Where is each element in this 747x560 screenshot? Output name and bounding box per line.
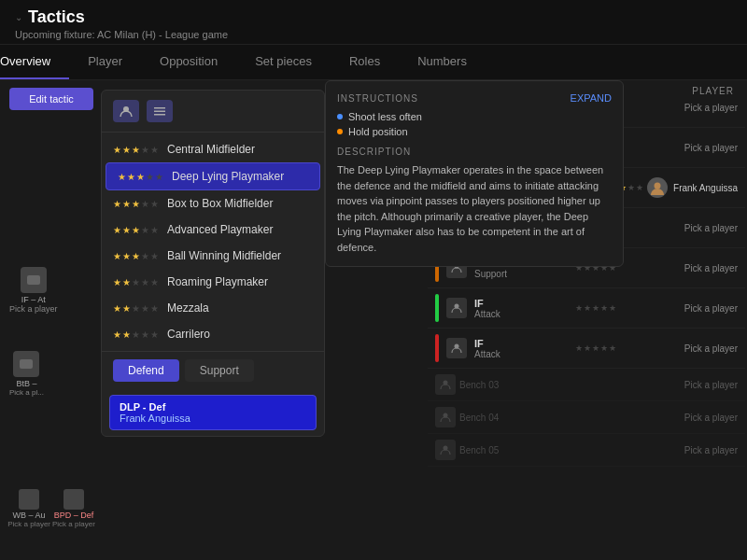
top-bar: ⌄ Tactics Upcoming fixture: AC Milan (H)… (0, 0, 747, 45)
svg-rect-4 (154, 111, 165, 113)
app-subtitle: Upcoming fixture: AC Milan (H) - League … (15, 29, 732, 40)
stars-dlp: ★★★★★ (118, 172, 164, 182)
role-name-bwm: Ball Winning Midfielder (167, 249, 281, 262)
f-bench-label-3: Bench 03 (459, 380, 499, 390)
f-pick-car[interactable]: Pick a player (684, 263, 738, 273)
selected-role-player: Frank Anguissa (120, 413, 306, 424)
selected-role-code: DLP - Def (120, 401, 306, 413)
f-bench-label-4: Bench 04 (459, 413, 499, 423)
player-icon-button[interactable] (113, 100, 139, 122)
role-name-rp: Roaming Playmaker (167, 275, 268, 288)
svg-rect-1 (20, 359, 33, 369)
role-item-selected[interactable]: ★★★★★ Deep Lying Playmaker (106, 162, 320, 190)
formation-row-if1[interactable]: IF Attack ★★★★★ Pick a player (428, 288, 745, 329)
bottom-players-row: WB – Au Pick a player BPD – Def Pick a p… (0, 489, 103, 528)
f-bench-pick-4[interactable]: Pick a player (684, 413, 738, 423)
f-bench-icon-5 (435, 440, 456, 460)
tab-player[interactable]: Player (69, 45, 141, 79)
instructions-header: INSTRUCTIONS EXPAND (337, 92, 612, 104)
instruction-item-2: Hold position (337, 126, 612, 137)
f-bench-label-5: Bench 05 (459, 445, 499, 455)
player-column-header: PLAYER (681, 80, 745, 102)
f-duty-if1: Attack (474, 309, 508, 319)
instruction-text-1: Shoot less often (348, 111, 422, 122)
role-dropdown-panel: ★★★★★ Central Midfielder ★★★★★ Deep Lyin… (101, 90, 325, 437)
f-pick-if2[interactable]: Pick a player (684, 343, 738, 354)
role-item-mezzala[interactable]: ★★★★★ Mezzala (102, 295, 324, 321)
expand-button[interactable]: EXPAND (571, 92, 612, 104)
role-name-carrilero: Carrilero (167, 328, 210, 341)
formation-bench-03[interactable]: Bench 03 Pick a player (428, 369, 745, 401)
role-item[interactable]: ★★★★★ Central Midfielder (102, 136, 324, 162)
formation-bench-04[interactable]: Bench 04 Pick a player (428, 401, 745, 434)
pitch-player-if-at[interactable]: IF – At Pick a player (9, 267, 58, 314)
role-item-rp[interactable]: ★★★★★ Roaming Playmaker (102, 269, 324, 295)
f-avatar-frank (647, 177, 668, 198)
role-name-mezzala: Mezzala (167, 301, 209, 315)
f-role-if1: IF (474, 298, 508, 309)
f-pick-bpd[interactable]: Pick a player (684, 103, 738, 113)
edit-tactic-button[interactable]: Edit tactic (9, 88, 93, 110)
dropdown-header (102, 91, 324, 133)
list-icon-button[interactable] (147, 100, 173, 122)
f-bench-icon-4 (435, 407, 456, 427)
bar-green-4 (435, 294, 439, 322)
f-stars-if2: ★★★★★ (575, 343, 616, 353)
f-duty-car: Support (474, 269, 508, 279)
f-role-if2: IF (474, 338, 508, 349)
instructions-panel: INSTRUCTIONS EXPAND Shoot less often Hol… (325, 80, 624, 267)
selected-role-display: DLP - Def Frank Anguissa (109, 395, 317, 430)
f-bench-icon-3 (435, 374, 456, 395)
f-bench-pick-3[interactable]: Pick a player (684, 380, 738, 390)
role-list: ★★★★★ Central Midfielder ★★★★★ Deep Lyin… (102, 133, 324, 351)
bullet-orange (337, 129, 343, 134)
pitch-player-bpd-def-left[interactable]: BPD – Def Pick a player (52, 489, 95, 528)
f-pick-if1[interactable]: Pick a player (684, 303, 738, 314)
role-item-bwm[interactable]: ★★★★★ Ball Winning Midfielder (102, 243, 324, 269)
formation-row-if2[interactable]: IF Attack ★★★★★ Pick a player (428, 329, 745, 369)
instruction-item-1: Shoot less often (337, 111, 612, 122)
role-item-ap[interactable]: ★★★★★ Advanced Playmaker (102, 217, 324, 243)
f-bench-pick-5[interactable]: Pick a player (684, 445, 738, 455)
f-player-frank: Frank Anguissa (673, 183, 738, 193)
f-pick-btb[interactable]: Pick a player (684, 223, 738, 233)
duty-defend-button[interactable]: Defend (113, 359, 179, 382)
role-item-b2b[interactable]: ★★★★★ Box to Box Midfielder (102, 190, 324, 217)
nav-tabs: Overview Player Opposition Set pieces Ro… (0, 45, 747, 80)
role-name-dlp: Deep Lying Playmaker (172, 170, 284, 183)
bar-red (435, 334, 439, 362)
pitch-player-wb-au-left[interactable]: WB – Au Pick a player (7, 489, 50, 528)
instruction-text-2: Hold position (348, 126, 408, 137)
f-pick-wb[interactable]: Pick a player (684, 143, 738, 153)
role-name-ap: Advanced Playmaker (167, 223, 273, 236)
role-name-central-midfielder: Central Midfielder (167, 143, 255, 156)
svg-rect-0 (27, 275, 40, 285)
bullet-blue (337, 114, 343, 119)
duty-tabs: Defend Support (102, 351, 324, 389)
tab-opposition[interactable]: Opposition (141, 45, 236, 79)
pitch-player-btb[interactable]: BtB – Pick a pl... (9, 351, 44, 397)
f-stars-if1: ★★★★★ (575, 303, 616, 313)
f-duty-if2: Attack (474, 349, 508, 359)
svg-point-9 (655, 183, 661, 189)
tab-roles[interactable]: Roles (331, 45, 399, 79)
app-title: Tactics (28, 7, 85, 27)
svg-rect-3 (154, 107, 165, 109)
description-text: The Deep Lying Playmaker operates in the… (337, 162, 612, 255)
svg-rect-5 (154, 114, 165, 116)
formation-bench-05[interactable]: Bench 05 Pick a player (428, 434, 745, 467)
instructions-title: INSTRUCTIONS (337, 93, 418, 104)
tab-overview[interactable]: Overview (0, 45, 69, 79)
duty-support-button[interactable]: Support (185, 359, 254, 382)
role-item-carrilero[interactable]: ★★★★★ Carrilero (102, 321, 324, 347)
f-player-icon-if1 (446, 298, 467, 318)
description-title: DESCRIPTION (337, 147, 612, 157)
role-name-b2b: Box to Box Midfielder (167, 197, 273, 210)
tab-set-pieces[interactable]: Set pieces (236, 45, 331, 79)
f-player-icon-if2 (446, 338, 467, 358)
main-content: Edit tactic IF – At Pick a player BtB – … (0, 80, 747, 556)
chevron-down-icon: ⌄ (15, 12, 22, 22)
stars-central-midfielder: ★★★★★ (113, 145, 160, 155)
tab-numbers[interactable]: Numbers (399, 45, 486, 79)
pitch-area: Edit tactic IF – At Pick a player BtB – … (0, 80, 103, 556)
